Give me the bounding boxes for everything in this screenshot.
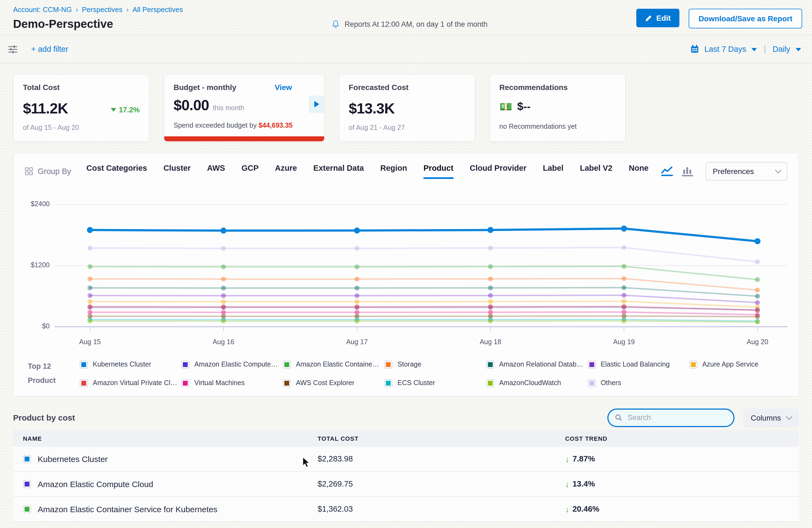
add-filter-button[interactable]: + add filter	[31, 45, 68, 54]
filter-sliders-icon[interactable]	[8, 44, 18, 54]
data-point[interactable]	[221, 246, 226, 251]
data-point[interactable]	[354, 319, 359, 323]
data-point[interactable]	[88, 293, 92, 298]
data-point[interactable]	[354, 299, 359, 304]
legend-item-amazon-elastic-container-se-[interactable]: Amazon Elastic Container Se...	[283, 361, 381, 369]
data-point[interactable]	[488, 277, 493, 281]
data-point[interactable]	[755, 277, 760, 282]
data-point[interactable]	[488, 227, 494, 233]
legend-item-amazoncloudwatch[interactable]: AmazonCloudWatch	[486, 379, 584, 387]
granularity-dropdown[interactable]: Daily	[773, 45, 790, 54]
data-point[interactable]	[488, 293, 493, 298]
data-point[interactable]	[488, 285, 493, 291]
data-point[interactable]	[754, 238, 760, 244]
data-point[interactable]	[354, 304, 359, 309]
tab-gcp[interactable]: GCP	[242, 164, 259, 179]
col-header-name[interactable]: NAME	[13, 435, 308, 442]
data-point[interactable]	[755, 259, 760, 264]
tab-none[interactable]: None	[629, 164, 649, 179]
legend-item-elastic-load-balancing[interactable]: Elastic Load Balancing	[588, 361, 686, 369]
legend-item-others[interactable]: Others	[588, 379, 686, 387]
data-point[interactable]	[622, 285, 626, 290]
data-point[interactable]	[622, 245, 626, 250]
tab-azure[interactable]: Azure	[275, 164, 297, 179]
data-point[interactable]	[88, 264, 92, 269]
data-point[interactable]	[622, 293, 626, 298]
data-point[interactable]	[88, 246, 92, 251]
data-point[interactable]	[88, 304, 92, 309]
search-box[interactable]	[607, 408, 735, 427]
data-point[interactable]	[488, 299, 493, 304]
legend-item-aws-cost-explorer[interactable]: AWS Cost Explorer	[283, 379, 381, 387]
data-point[interactable]	[755, 294, 760, 299]
bar-chart-icon[interactable]	[682, 166, 694, 177]
table-row[interactable]: Kubernetes Cluster$2,283.98↓7.87%	[13, 446, 799, 471]
data-point[interactable]	[87, 227, 93, 233]
data-point[interactable]	[221, 285, 226, 291]
breadcrumb-link[interactable]: Account: CCM-NG	[13, 5, 72, 14]
data-point[interactable]	[621, 225, 627, 232]
data-point[interactable]	[88, 285, 92, 291]
data-point[interactable]	[221, 319, 226, 323]
data-point[interactable]	[488, 246, 493, 250]
col-header-total-cost[interactable]: TOTAL COST	[308, 435, 555, 442]
tab-label-v2[interactable]: Label V2	[580, 164, 612, 179]
date-range-dropdown[interactable]: Last 7 Days	[705, 45, 746, 54]
data-point[interactable]	[221, 277, 226, 281]
data-point[interactable]	[755, 300, 760, 305]
tab-external-data[interactable]: External Data	[313, 164, 364, 179]
legend-item-amazon-relational-database-[interactable]: Amazon Relational Database ...	[486, 361, 584, 369]
data-point[interactable]	[488, 264, 493, 269]
tab-aws[interactable]: AWS	[207, 164, 225, 179]
legend-item-virtual-machines[interactable]: Virtual Machines	[181, 379, 279, 387]
tab-cost-categories[interactable]: Cost Categories	[87, 164, 147, 179]
data-point[interactable]	[622, 304, 626, 309]
data-point[interactable]	[354, 293, 359, 298]
data-point[interactable]	[755, 308, 760, 313]
tab-cloud-provider[interactable]: Cloud Provider	[470, 164, 526, 179]
line-chart-icon[interactable]	[661, 166, 673, 177]
data-point[interactable]	[354, 285, 359, 291]
data-point[interactable]	[88, 299, 92, 304]
data-point[interactable]	[488, 304, 493, 309]
tab-region[interactable]: Region	[380, 164, 407, 179]
tab-label[interactable]: Label	[543, 164, 563, 179]
table-row[interactable]: Amazon Elastic Compute Cloud$2,269.75↓13…	[13, 471, 799, 497]
tab-product[interactable]: Product	[423, 164, 453, 179]
data-point[interactable]	[88, 277, 92, 281]
data-point[interactable]	[354, 246, 359, 251]
columns-dropdown[interactable]: Columns	[743, 408, 799, 427]
legend-item-azure-app-service[interactable]: Azure App Service	[689, 361, 787, 369]
budget-view-link[interactable]: View	[275, 83, 292, 92]
data-point[interactable]	[221, 299, 226, 304]
data-point[interactable]	[354, 228, 360, 233]
data-point[interactable]	[221, 293, 226, 298]
legend-item-kubernetes-cluster[interactable]: Kubernetes Cluster	[80, 361, 178, 369]
legend-item-amazon-virtual-private-cloud[interactable]: Amazon Virtual Private Cloud	[80, 379, 178, 387]
chart-plot-area[interactable]	[25, 197, 787, 334]
data-point[interactable]	[755, 320, 760, 325]
edit-button[interactable]: Edit	[636, 9, 679, 27]
download-save-report-button[interactable]: Download/Save as Report	[689, 9, 802, 28]
breadcrumb-link[interactable]: Perspectives	[82, 5, 122, 14]
data-point[interactable]	[622, 319, 626, 323]
data-point[interactable]	[755, 314, 760, 319]
col-header-cost-trend[interactable]: COST TREND	[555, 435, 799, 442]
data-point[interactable]	[622, 276, 626, 281]
preferences-dropdown[interactable]: Preferences	[706, 162, 787, 180]
data-point[interactable]	[354, 264, 359, 269]
data-point[interactable]	[488, 319, 493, 323]
data-point[interactable]	[88, 319, 92, 323]
data-point[interactable]	[221, 264, 226, 269]
breadcrumb-link[interactable]: All Perspectives	[133, 5, 183, 14]
legend-item-amazon-elastic-compute-clo-[interactable]: Amazon Elastic Compute Clo...	[181, 361, 279, 369]
search-input[interactable]	[626, 413, 727, 422]
budget-expand-button[interactable]	[309, 96, 324, 113]
data-point[interactable]	[221, 304, 226, 309]
table-row[interactable]: Amazon Elastic Container Service for Kub…	[13, 497, 799, 522]
data-point[interactable]	[622, 299, 626, 304]
legend-item-ecs-cluster[interactable]: ECS Cluster	[385, 379, 483, 387]
data-point[interactable]	[220, 228, 227, 234]
tab-cluster[interactable]: Cluster	[163, 164, 191, 179]
legend-item-storage[interactable]: Storage	[385, 361, 483, 369]
